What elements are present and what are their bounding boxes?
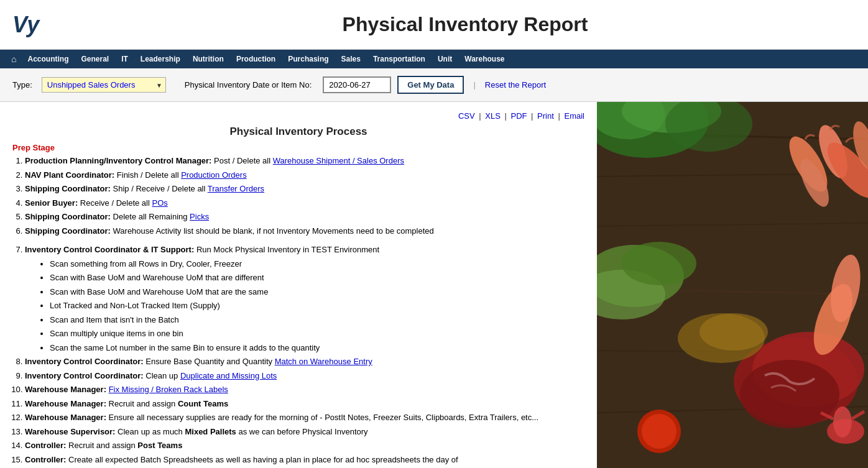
page-title: Physical Inventory Report [75, 13, 856, 36]
reset-report-link[interactable]: Reset the Report [485, 80, 546, 89]
xls-link[interactable]: XLS [485, 111, 501, 121]
logo: Vy [12, 12, 50, 38]
csv-link[interactable]: CSV [458, 111, 475, 121]
print-link[interactable]: Print [537, 111, 554, 121]
nav-leadership[interactable]: Leadership [134, 50, 187, 68]
list-item: Shipping Coordinator: Ship / Receive / D… [25, 183, 584, 195]
list-item: Controller: Create all expected Batch Sp… [25, 454, 584, 466]
get-data-button[interactable]: Get My Data [397, 76, 464, 94]
nav-production[interactable]: Production [230, 50, 282, 68]
right-panel-image [597, 102, 868, 468]
home-icon[interactable]: ⌂ [6, 54, 21, 64]
list-item: Production Planning/Inventory Control Ma… [25, 155, 584, 167]
content-area: CSV | XLS | PDF | Print | Email Physical… [0, 102, 597, 468]
list-item: Warehouse Manager: Recruit and assign Co… [25, 398, 584, 410]
svg-point-18 [622, 242, 696, 285]
type-label: Type: [12, 80, 32, 89]
warehouse-shipment-link[interactable]: Warehouse Shipment / Sales Orders [273, 156, 404, 165]
picks-link[interactable]: Picks [190, 212, 209, 221]
list-item: Lot Tracked and Non-Lot Tracked Item (Su… [50, 300, 584, 312]
nav-accounting[interactable]: Accounting [21, 50, 75, 68]
list-item: Scan with Base UoM and Warehouse UoM tha… [50, 286, 584, 298]
email-link[interactable]: Email [564, 111, 584, 121]
prep-stage-heading: Prep Stage [12, 143, 584, 152]
svg-point-29 [642, 414, 676, 449]
list-item: Senior Buyer: Receive / Delete all POs [25, 197, 584, 209]
controls-bar: Type: Unshipped Sales Orders Physical In… [0, 68, 868, 102]
separator: | [473, 80, 475, 89]
list-item: Shipping Coordinator: Warehouse Activity… [25, 225, 584, 237]
list-item: Inventory Control Coordinator: Ensure Ba… [25, 356, 584, 368]
list-item: Scan the same Lot number in the same Bin… [50, 342, 584, 354]
pdf-link[interactable]: PDF [510, 111, 527, 121]
date-label: Physical Inventory Date or Item No: [185, 80, 312, 89]
list-item: NAV Plant Coordinator: Finish / Delete a… [25, 169, 584, 181]
type-select[interactable]: Unshipped Sales Orders [42, 77, 166, 93]
match-warehouse-link[interactable]: Match on Warehouse Entry [275, 357, 372, 366]
svg-point-21 [740, 360, 839, 428]
list-item: Scan something from all Rows in Dry, Coo… [50, 258, 584, 270]
svg-point-31 [699, 313, 768, 351]
date-input[interactable] [323, 76, 391, 93]
nav-sales[interactable]: Sales [335, 50, 367, 68]
list-item: Controller: Recruit and assign Post Team… [25, 439, 584, 452]
type-select-wrapper: Unshipped Sales Orders [42, 77, 166, 93]
navigation: ⌂ Accounting General IT Leadership Nutri… [0, 50, 868, 68]
list-item: Warehouse Supervisor: Clean up as much M… [25, 426, 584, 438]
process-title: Physical Inventory Process [12, 126, 584, 138]
list-item: Scan multiply unique items in one bin [50, 328, 584, 340]
nav-it[interactable]: IT [115, 50, 134, 68]
list-item: Warehouse Manager: Ensure all necessary … [25, 411, 584, 424]
list-item: Scan and Item that isn't in the Batch [50, 314, 584, 326]
list-item: Shipping Coordinator: Delete all Remaini… [25, 211, 584, 223]
list-item: Scan with Base UoM and Warehouse UoM tha… [50, 272, 584, 284]
prep-list-cont: Inventory Control Coordinator & IT Suppo… [25, 244, 584, 468]
nav-transportation[interactable]: Transportation [367, 50, 432, 68]
transfer-orders-link[interactable]: Transfer Orders [208, 184, 264, 193]
nav-warehouse[interactable]: Warehouse [458, 50, 510, 68]
duplicate-lots-link[interactable]: Duplicate and Missing Lots [180, 371, 277, 380]
nav-nutrition[interactable]: Nutrition [187, 50, 230, 68]
page-header: Vy Physical Inventory Report [0, 0, 868, 50]
fix-rack-labels-link[interactable]: Fix Missing / Broken Rack Labels [109, 385, 228, 394]
prep-list: Production Planning/Inventory Control Ma… [25, 155, 584, 237]
nav-purchasing[interactable]: Purchasing [282, 50, 335, 68]
main-layout: CSV | XLS | PDF | Print | Email Physical… [0, 102, 868, 468]
bullet-list: Scan something from all Rows in Dry, Coo… [50, 258, 584, 354]
list-item: Warehouse Manager: Fix Missing / Broken … [25, 383, 584, 396]
food-image-svg [597, 102, 868, 468]
export-links: CSV | XLS | PDF | Print | Email [12, 108, 584, 126]
list-item: Inventory Control Coordinator & IT Suppo… [25, 244, 584, 354]
production-orders-link[interactable]: Production Orders [181, 170, 247, 180]
nav-unit[interactable]: Unit [432, 50, 458, 68]
pos-link[interactable]: POs [152, 198, 167, 208]
svg-point-25 [833, 406, 852, 438]
list-item: Inventory Control Coordinator: Clean up … [25, 370, 584, 382]
nav-general[interactable]: General [75, 50, 115, 68]
